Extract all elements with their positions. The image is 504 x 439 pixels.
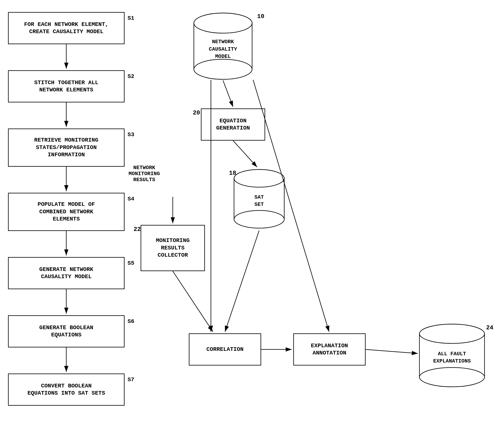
- step-s3: RETRIEVE MONITORING STATES/PROPAGATION I…: [8, 129, 124, 167]
- eq-gen-label: EQUATION GENERATION: [216, 117, 250, 132]
- cyl24-number: 24: [486, 324, 493, 331]
- svg-line-26: [223, 80, 233, 107]
- exp-annotation-label: EXPLANATION ANNOTATION: [311, 342, 348, 357]
- eq-gen-number: 20: [193, 110, 200, 116]
- step-s3-id: S3: [128, 132, 134, 138]
- svg-point-4: [194, 59, 252, 79]
- correlation-label: CORRELATION: [207, 346, 244, 353]
- step-s5-id: S5: [128, 260, 134, 266]
- step-s1-label: FOR EACH NETWORK ELEMENT, CREATE CAUSALI…: [24, 21, 109, 36]
- svg-line-34: [366, 349, 418, 354]
- step-s7-label: CONVERT BOOLEAN EQUATIONS INTO SAT SETS: [27, 382, 105, 397]
- mon-collector-number: 22: [134, 226, 141, 233]
- step-s6: GENERATE BOOLEAN EQUATIONS: [8, 315, 124, 347]
- step-s4-id: S4: [128, 196, 134, 202]
- step-s5-label: GENERATE NETWORK CAUSALITY MODEL: [39, 266, 93, 280]
- box-explanation-annotation: EXPLANATION ANNOTATION: [293, 333, 366, 366]
- box-mon-collector: MONITORING RESULTS COLLECTOR: [141, 225, 205, 271]
- step-s2: STITCH TOGETHER ALL NETWORK ELEMENTS: [8, 70, 124, 102]
- cyl18-number: 18: [229, 170, 236, 177]
- step-s1-id: S1: [128, 15, 134, 21]
- cyl-network-causality-label: NETWORK CAUSALITY MODEL: [209, 38, 237, 60]
- step-s1: FOR EACH NETWORK ELEMENT, CREATE CAUSALI…: [8, 12, 124, 44]
- step-s4: POPULATE MODEL OF COMBINED NETWORK ELEME…: [8, 193, 124, 231]
- step-s7-id: S7: [128, 377, 134, 383]
- diagram-container: FOR EACH NETWORK ELEMENT, CREATE CAUSALI…: [0, 0, 504, 439]
- svg-point-10: [234, 210, 284, 228]
- svg-point-16: [419, 367, 484, 387]
- svg-point-11: [234, 170, 284, 187]
- step-s5: GENERATE NETWORK CAUSALITY MODEL: [8, 257, 124, 289]
- cyl-fault-explanations-label: ALL FAULT EXPLANATIONS: [433, 350, 471, 365]
- step-s7: CONVERT BOOLEAN EQUATIONS INTO SAT SETS: [8, 374, 124, 406]
- svg-point-17: [419, 324, 484, 343]
- step-s4-label: POPULATE MODEL OF COMBINED NETWORK ELEME…: [37, 201, 95, 223]
- svg-point-5: [194, 13, 252, 33]
- step-s3-label: RETRIEVE MONITORING STATES/PROPAGATION I…: [34, 136, 98, 159]
- net-mon-results-label: NETWORK MONITORING RESULTS: [129, 165, 160, 183]
- cylinder-network-causality: NETWORK CAUSALITY MODEL: [193, 12, 253, 80]
- mon-collector-label: MONITORING RESULTS COLLECTOR: [156, 237, 190, 259]
- step-s2-id: S2: [128, 73, 134, 80]
- cyl-sat-set-label: SAT SET: [255, 194, 264, 208]
- step-s6-id: S6: [128, 318, 134, 325]
- cylinder-fault-explanations: ALL FAULT EXPLANATIONS: [418, 323, 486, 388]
- cylinder-sat-set: SAT SET: [233, 169, 285, 229]
- svg-line-31: [173, 271, 213, 332]
- svg-line-27: [233, 141, 257, 167]
- box-equation-generation: EQUATION GENERATION: [201, 109, 265, 141]
- step-s2-label: STITCH TOGETHER ALL NETWORK ELEMENTS: [34, 79, 98, 94]
- box-correlation: CORRELATION: [189, 333, 261, 366]
- svg-line-30: [225, 231, 259, 332]
- cyl10-number: 10: [257, 13, 264, 20]
- step-s6-label: GENERATE BOOLEAN EQUATIONS: [39, 324, 93, 339]
